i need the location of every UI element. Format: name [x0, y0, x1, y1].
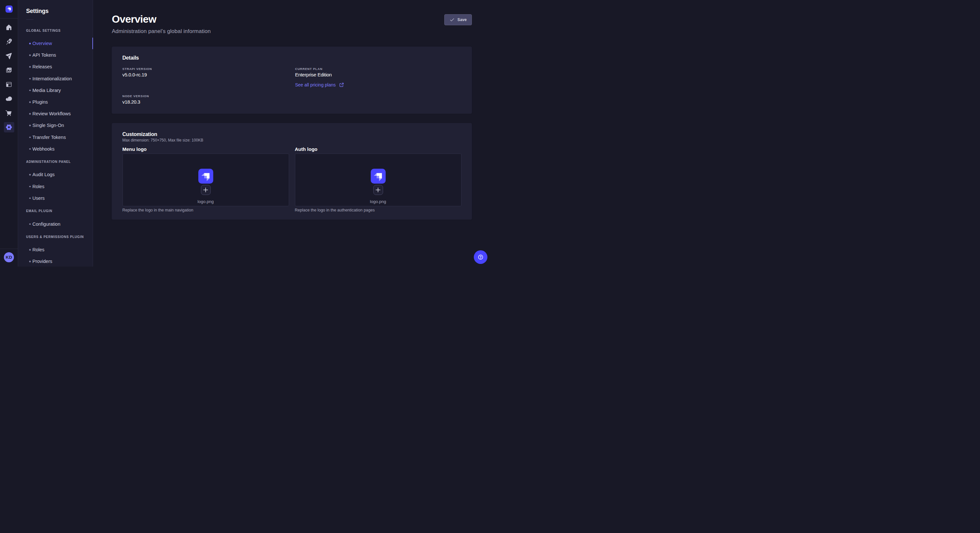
help-button[interactable] — [474, 250, 487, 264]
page-title: Overview — [112, 13, 472, 25]
save-button[interactable]: Save — [444, 14, 472, 25]
sidebar-section: USERS & PERMISSIONS PLUGINRolesProviders — [18, 235, 93, 266]
strapi-mark-icon — [371, 169, 386, 184]
bullet-dot — [29, 66, 31, 68]
plus-icon — [375, 187, 380, 192]
rail-item-marketplace[interactable] — [0, 106, 18, 120]
sidebar-item-internationalization[interactable]: Internationalization — [18, 73, 93, 84]
sidebar-item-label: Overview — [32, 41, 52, 46]
strapi-mark-icon — [5, 5, 13, 13]
media-library-icon — [5, 65, 14, 75]
current-plan-field: CURRENT PLAN Enterprise Edition — [295, 67, 461, 78]
sidebar-section: EMAIL PLUGINConfiguration — [18, 209, 93, 230]
main-nav-rail: KD — [0, 0, 18, 266]
customization-card: Customization Max dimension: 750×750, Ma… — [112, 123, 472, 219]
content-type-builder-icon — [5, 80, 14, 89]
rail-item-home[interactable] — [0, 21, 18, 35]
strapi-logo[interactable] — [5, 5, 13, 13]
sidebar-item-roles[interactable]: Roles — [18, 181, 93, 192]
sidebar-item-review-workflows[interactable]: Review Workflows — [18, 108, 93, 119]
releases-icon — [5, 51, 14, 61]
sidebar-item-webhooks[interactable]: Webhooks — [18, 143, 93, 155]
sidebar-item-label: Internationalization — [32, 76, 72, 81]
sidebar-item-transfer-tokens[interactable]: Transfer Tokens — [18, 132, 93, 143]
sidebar-section: ADMINISTRATION PANELAudit LogsRolesUsers — [18, 160, 93, 204]
cloud-icon — [5, 94, 14, 104]
menu-logo-filename: logo.png — [198, 199, 214, 205]
sidebar-section-label: EMAIL PLUGIN — [26, 209, 93, 213]
rail-item-content-type-builder[interactable] — [0, 78, 18, 92]
rail-divider — [0, 18, 18, 19]
bullet-dot — [29, 54, 31, 56]
rail-item-settings[interactable] — [0, 120, 18, 134]
page-subtitle: Administration panel’s global informatio… — [112, 27, 472, 35]
sidebar-item-single-sign-on[interactable]: Single Sign-On — [18, 119, 93, 131]
bullet-dot — [29, 78, 31, 80]
menu-logo-upload-box[interactable]: logo.png — [123, 154, 289, 206]
rail-item-media-library[interactable] — [0, 63, 18, 78]
menu-logo-label: Menu logo — [123, 146, 289, 152]
bullet-dot — [29, 90, 31, 91]
auth-logo-add-button[interactable] — [373, 185, 383, 195]
sidebar-item-label: Providers — [32, 259, 52, 264]
user-avatar[interactable]: KD — [4, 252, 14, 262]
auth-logo-hint: Replace the logo in the authentication p… — [295, 207, 461, 213]
sidebar-item-releases[interactable]: Releases — [18, 61, 93, 73]
main-content: Overview Administration panel’s global i… — [93, 0, 490, 266]
customization-heading: Customization — [123, 131, 461, 138]
sidebar-item-label: Transfer Tokens — [32, 135, 66, 140]
bullet-dot — [29, 249, 31, 251]
sidebar-item-label: Single Sign-On — [32, 123, 64, 128]
sidebar-item-plugins[interactable]: Plugins — [18, 96, 93, 108]
menu-logo-add-button[interactable] — [201, 185, 211, 195]
details-card: Details STRAPI VERSION v5.0.0-rc.19 NODE… — [112, 47, 472, 114]
marketplace-icon — [5, 108, 14, 118]
sidebar-item-audit-logs[interactable]: Audit Logs — [18, 169, 93, 180]
node-version-field: NODE VERSION v18.20.3 — [123, 94, 295, 106]
sidebar-item-label: Media Library — [32, 88, 61, 93]
check-icon — [450, 17, 455, 22]
bullet-dot — [29, 224, 31, 225]
details-col-left: STRAPI VERSION v5.0.0-rc.19 NODE VERSION… — [123, 67, 295, 106]
bullet-dot — [29, 174, 31, 176]
pricing-plans-link[interactable]: See all pricing plans — [295, 82, 344, 88]
rail-item-cloud[interactable] — [0, 92, 18, 106]
sidebar-item-label: Releases — [32, 64, 52, 69]
rail-item-content-manager[interactable] — [0, 35, 18, 49]
sidebar-item-label: Plugins — [32, 99, 48, 105]
bullet-dot — [29, 102, 31, 103]
rail-item-releases[interactable] — [0, 49, 18, 63]
menu-logo-preview — [198, 169, 213, 184]
details-heading: Details — [123, 55, 461, 61]
sidebar-item-label: API Tokens — [32, 52, 56, 58]
sidebar-item-overview[interactable]: Overview — [18, 38, 93, 49]
strapi-version-field: STRAPI VERSION v5.0.0-rc.19 — [123, 67, 295, 78]
sidebar-item-providers[interactable]: Providers — [18, 255, 93, 266]
auth-logo-label: Auth logo — [295, 146, 461, 152]
sidebar-item-configuration[interactable]: Configuration — [18, 218, 93, 230]
bullet-dot — [29, 261, 31, 262]
sidebar-item-label: Roles — [32, 184, 45, 189]
rail-divider-bottom — [0, 249, 18, 249]
sidebar-item-roles[interactable]: Roles — [18, 244, 93, 255]
auth-logo-preview — [371, 169, 386, 184]
menu-logo-hint: Replace the logo in the main navigation — [123, 207, 289, 213]
question-icon — [477, 254, 484, 260]
auth-logo-upload-box[interactable]: logo.png — [295, 154, 461, 206]
sidebar-item-users[interactable]: Users — [18, 192, 93, 204]
customization-subheading: Max dimension: 750×750, Max file size: 1… — [123, 138, 461, 143]
sidebar-section-label: USERS & PERMISSIONS PLUGIN — [26, 235, 93, 239]
bullet-dot — [29, 136, 31, 138]
sidebar-item-media-library[interactable]: Media Library — [18, 84, 93, 96]
settings-sidebar: Settings GLOBAL SETTINGSOverviewAPI Toke… — [18, 0, 93, 266]
sidebar-item-label: Roles — [32, 247, 45, 252]
sidebar-title-divider — [26, 19, 33, 20]
sidebar-section-label: GLOBAL SETTINGS — [26, 29, 93, 33]
auth-logo-block: Auth logo logo.png Replace the logo in t… — [295, 146, 461, 213]
plus-icon — [203, 187, 208, 192]
sidebar-section: GLOBAL SETTINGSOverviewAPI TokensRelease… — [18, 29, 93, 155]
sidebar-item-api-tokens[interactable]: API Tokens — [18, 49, 93, 61]
bullet-dot — [29, 43, 31, 44]
sidebar-item-label: Audit Logs — [32, 172, 55, 177]
sidebar-item-label: Webhooks — [32, 146, 54, 152]
